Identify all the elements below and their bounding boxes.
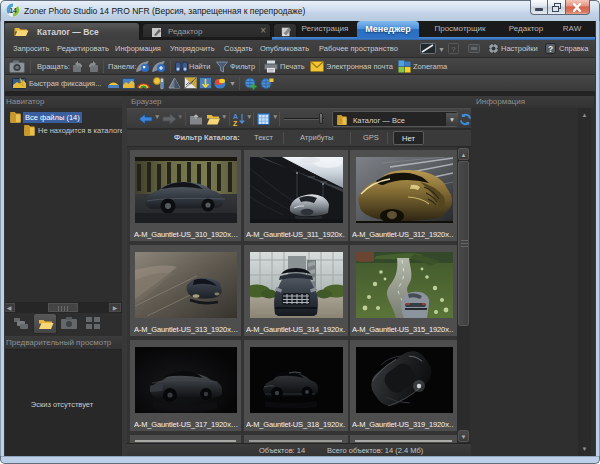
svg-text:A: A (233, 113, 238, 120)
svg-text:Z: Z (233, 120, 238, 127)
svg-text:?: ? (451, 45, 456, 54)
svg-text:?: ? (548, 44, 553, 54)
svg-text:14: 14 (9, 7, 17, 14)
